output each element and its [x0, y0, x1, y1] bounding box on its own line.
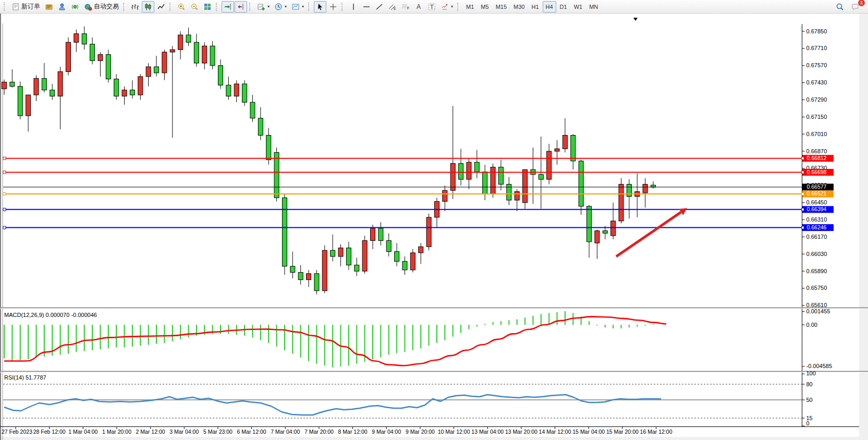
candle-body [162, 52, 167, 73]
support-line-1-axis-handle[interactable] [802, 208, 804, 211]
vline-icon [349, 3, 358, 11]
vertical-line-button[interactable] [347, 1, 360, 13]
support-line-2-axis-handle[interactable] [802, 226, 804, 229]
search-button[interactable] [834, 1, 846, 13]
new-chart-button[interactable]: ▾ [255, 1, 272, 13]
timeframe-m5[interactable]: M5 [478, 1, 492, 13]
timeframe-m15[interactable]: M15 [493, 1, 510, 13]
cursor-icon [316, 3, 324, 11]
search-icon [836, 3, 844, 11]
candle-body [410, 253, 415, 270]
toolbar-separator [308, 3, 311, 11]
time-tick-label: 7 Mar 20:00 [304, 429, 334, 435]
macd-axis-label: -0.004585 [806, 363, 833, 369]
bar-chart-button[interactable] [129, 1, 141, 13]
candle-body [266, 136, 271, 160]
candle-body [34, 78, 39, 95]
sheet-icon [11, 3, 20, 11]
window-right-edge [859, 14, 868, 440]
notifications-button[interactable]: 1 [849, 1, 862, 13]
market-button[interactable] [56, 1, 68, 13]
candle-body [282, 198, 287, 266]
chevron-down-icon[interactable]: ▾ [267, 4, 270, 9]
templates-button[interactable]: ▾ [289, 1, 306, 13]
auto-trading-button[interactable]: 自动交易 [82, 1, 121, 13]
template-icon [291, 3, 300, 11]
candle-body [298, 272, 303, 279]
chevron-down-icon[interactable]: ▾ [302, 4, 304, 9]
price-tick-label: 0.67290 [806, 96, 827, 103]
current-price-line-price-tag-label: 0.66577 [807, 184, 827, 190]
zoom-in-button[interactable] [175, 1, 188, 13]
support-line-1-price-tag-label: 0.66394 [807, 206, 827, 212]
chart-canvas[interactable]: 0.678500.677100.675700.674300.672900.671… [0, 14, 868, 440]
time-tick-label: 16 Mar 12:00 [640, 429, 673, 435]
pivot-line-handle[interactable] [3, 192, 6, 195]
chevron-down-icon[interactable]: ▾ [451, 4, 453, 9]
timeframe-h4[interactable]: H4 [543, 1, 556, 13]
candle-body [154, 67, 159, 73]
pane-divider[interactable] [0, 371, 868, 372]
svg-text:F: F [407, 6, 409, 10]
news-button[interactable] [69, 1, 81, 13]
candle-body [242, 84, 247, 102]
tile-icon [203, 3, 212, 11]
new-order-button[interactable]: 新订单 [9, 1, 42, 13]
candle-body [290, 266, 295, 273]
text-button[interactable]: A [412, 1, 425, 13]
pivot-line-axis-handle[interactable] [802, 192, 804, 195]
resistance-line-2-handle[interactable] [3, 171, 6, 174]
price-tick-label: 0.66450 [806, 199, 827, 205]
equidistant-channel-button[interactable]: E [386, 1, 399, 13]
fibonacci-button[interactable]: F [399, 1, 412, 13]
profiles-button[interactable]: ▾ [272, 1, 289, 13]
resistance-line-2-price-tag-label: 0.66698 [807, 169, 827, 175]
time-tick-label: 13 Mar 20:00 [505, 429, 537, 435]
candle-body [258, 118, 263, 136]
trendline-button[interactable] [373, 1, 386, 13]
candle-body [274, 152, 279, 198]
timeframe-m1[interactable]: M1 [463, 1, 477, 13]
candle-body [314, 274, 319, 291]
arrows-tool-button[interactable]: ▾ [438, 1, 455, 13]
candle-body [354, 265, 359, 271]
horizontal-line-button[interactable] [360, 1, 373, 13]
line-chart-button[interactable] [155, 1, 167, 13]
pane-divider[interactable] [0, 308, 868, 309]
chevron-down-icon[interactable]: ▾ [285, 4, 287, 9]
quotes-button[interactable] [43, 1, 55, 13]
pane-divider-highlight [0, 309, 868, 309]
cursor-button[interactable] [314, 1, 326, 13]
text-label-button[interactable]: T [425, 1, 438, 13]
resistance-line-1-axis-handle[interactable] [802, 157, 804, 160]
resistance-line-2-axis-handle[interactable] [802, 171, 804, 174]
timeframe-h1[interactable]: H1 [528, 1, 542, 13]
auto-scroll-button[interactable] [222, 1, 234, 13]
price-tick-label: 0.67850 [806, 28, 827, 34]
candle-body [450, 164, 455, 191]
zoomin-icon [177, 3, 186, 11]
timeframe-w1[interactable]: W1 [571, 1, 586, 13]
chart-shift-button[interactable] [235, 1, 247, 13]
candle-body [643, 184, 647, 192]
crosshair-button[interactable] [327, 1, 339, 13]
candlestick-chart-button[interactable] [142, 1, 154, 13]
price-tick-label: 0.66170 [806, 234, 827, 240]
arrows-icon [441, 3, 449, 11]
autoscroll-icon [224, 3, 232, 11]
candle-body [563, 136, 567, 149]
candle-body [547, 151, 552, 179]
timeframe-m30[interactable]: M30 [510, 1, 528, 13]
support-line-2-handle[interactable] [3, 226, 6, 229]
timeframe-mn[interactable]: MN [586, 1, 601, 13]
tile-windows-button[interactable] [201, 1, 214, 13]
zoom-out-button[interactable] [188, 1, 201, 13]
timeframe-d1[interactable]: D1 [557, 1, 570, 13]
support-line-1-handle[interactable] [3, 208, 6, 211]
resistance-line-1-handle[interactable] [3, 157, 6, 160]
candle-body [587, 206, 592, 242]
candle-body [362, 240, 367, 271]
time-tick-label: 2 Mar 12:00 [136, 429, 165, 435]
macd-axis-label: 0.00 [806, 322, 817, 328]
time-tick-label: 8 Mar 12:00 [338, 429, 368, 435]
